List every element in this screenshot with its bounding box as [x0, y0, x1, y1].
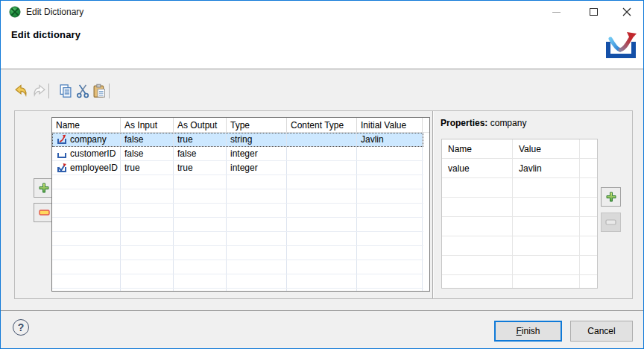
finish-button[interactable]: Finish: [494, 321, 562, 342]
empty-row: [52, 289, 423, 292]
empty-row: [52, 232, 423, 246]
cell-initial-value: [357, 161, 423, 174]
property-row-value[interactable]: value Javlin: [442, 159, 597, 178]
toolbar-separator: [109, 84, 110, 98]
dictionary-entry-icon: [56, 148, 68, 160]
plus-icon: [606, 192, 616, 202]
maximize-icon: [590, 8, 598, 16]
properties-entry-name: company: [490, 118, 527, 128]
entry-name: company: [70, 134, 107, 145]
close-button[interactable]: [610, 1, 644, 23]
empty-row: [442, 198, 597, 217]
maximize-button[interactable]: [576, 1, 610, 23]
cell-content-type: [287, 133, 357, 146]
cell-content-type: [287, 161, 357, 174]
remove-property-button: [601, 213, 621, 232]
minus-icon: [39, 209, 50, 216]
cancel-button[interactable]: Cancel: [570, 321, 633, 342]
empty-row: [52, 204, 423, 218]
cell-initial-value: [357, 147, 423, 160]
help-icon: ?: [18, 321, 25, 333]
cut-button[interactable]: [75, 83, 91, 99]
finish-label: inish: [522, 326, 540, 336]
plus-icon: [39, 183, 49, 193]
redo-button[interactable]: [31, 83, 48, 99]
prop-name-cell: value: [442, 159, 513, 177]
column-header-type[interactable]: Type: [227, 118, 287, 132]
empty-row: [442, 236, 597, 256]
cut-icon: [75, 84, 90, 98]
add-property-button[interactable]: [601, 187, 621, 207]
cell-as-input: false: [121, 147, 174, 160]
empty-row: [442, 256, 597, 275]
cell-name: employeeID: [52, 161, 121, 174]
footer-separator: [1, 310, 643, 311]
cell-type: string: [227, 133, 287, 146]
empty-row: [442, 217, 597, 236]
properties-label: Properties: company: [441, 118, 526, 128]
table-row-customerid[interactable]: customerID false false integer: [52, 147, 423, 161]
column-header-as-output[interactable]: As Output: [174, 118, 227, 132]
cloveretl-logo-icon: [604, 31, 637, 62]
minus-icon-disabled: [605, 218, 616, 226]
cell-type: integer: [227, 147, 287, 160]
cell-as-output: false: [174, 147, 227, 160]
empty-row: [442, 178, 597, 198]
finish-label-accel: F: [516, 326, 521, 336]
table-row-company[interactable]: company false true string Javlin: [52, 133, 423, 147]
table-header-row: Name As Input As Output Type Content Typ…: [52, 118, 429, 133]
title-bar[interactable]: Edit Dictionary: [1, 1, 643, 23]
minimize-button[interactable]: [539, 1, 573, 23]
edit-dictionary-dialog: Edit Dictionary Edit dictionary: [0, 0, 644, 349]
column-header-content-type[interactable]: Content Type: [287, 118, 357, 132]
empty-row: [52, 246, 423, 260]
pane-divider[interactable]: [432, 111, 433, 298]
undo-button[interactable]: [13, 83, 29, 99]
prop-column-value[interactable]: Value: [513, 139, 580, 158]
column-header-initial-value[interactable]: Initial Value: [357, 118, 423, 132]
app-icon: [9, 6, 21, 21]
close-icon: [622, 7, 631, 16]
cell-initial-value: Javlin: [357, 133, 423, 146]
cell-as-input: false: [121, 133, 174, 146]
undo-icon: [13, 84, 28, 98]
dictionary-entry-output-icon: [56, 133, 68, 145]
column-header-as-input[interactable]: As Input: [121, 118, 174, 132]
dictionary-entries-table[interactable]: Name As Input As Output Type Content Typ…: [51, 117, 430, 292]
cell-as-input: true: [121, 161, 174, 174]
entry-name: employeeID: [70, 163, 118, 173]
empty-row: [52, 260, 423, 274]
entry-name: customerID: [70, 148, 116, 159]
dictionary-entry-in-out-icon: [56, 162, 68, 174]
copy-icon: [58, 84, 73, 98]
empty-row: [52, 218, 423, 232]
cancel-label: Cancel: [587, 326, 615, 336]
empty-row: [52, 189, 423, 204]
page-title: Edit dictionary: [11, 29, 80, 40]
header-separator: [1, 69, 643, 69]
properties-label-bold: Properties:: [441, 118, 487, 128]
properties-table[interactable]: Name Value value Javlin: [441, 139, 598, 289]
prop-column-name[interactable]: Name: [442, 139, 513, 158]
empty-row: [52, 274, 423, 289]
redo-icon: [32, 84, 47, 98]
help-button[interactable]: ?: [13, 319, 29, 336]
cell-name: customerID: [52, 147, 121, 160]
minimize-icon: [552, 12, 561, 13]
column-header-name[interactable]: Name: [52, 118, 121, 132]
properties-header-row: Name Value: [442, 139, 597, 159]
cell-as-output: true: [174, 161, 227, 174]
paste-button[interactable]: [91, 83, 107, 99]
dictionary-panel: Name As Input As Output Type Content Typ…: [14, 110, 633, 299]
cell-name: company: [52, 133, 121, 146]
empty-row: [52, 175, 423, 189]
dialog-header: Edit dictionary: [1, 23, 643, 69]
empty-row: [442, 275, 597, 289]
table-row-employeeid[interactable]: employeeID true true integer: [52, 161, 423, 175]
cell-content-type: [287, 147, 357, 160]
paste-icon: [92, 84, 107, 98]
cell-type: integer: [227, 161, 287, 174]
copy-button[interactable]: [57, 83, 74, 99]
cell-as-output: true: [174, 133, 227, 146]
toolbar-separator: [48, 84, 49, 98]
